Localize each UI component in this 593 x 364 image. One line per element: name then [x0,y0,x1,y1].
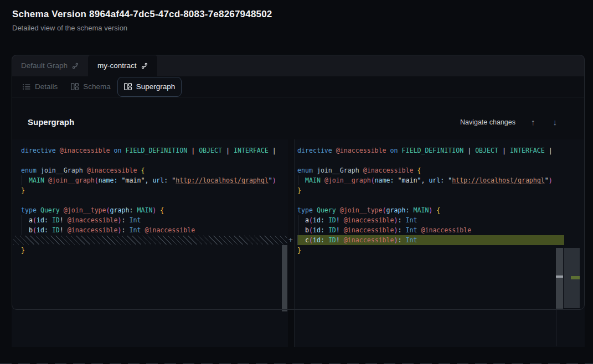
code-line: a(id: ID! @inaccessible): Int [21,215,288,225]
page-title: Schema Version 8964af44-7dc5-47cd-8083-7… [12,9,272,20]
diff-pane-original[interactable]: directive @inaccessible on FIELD_DEFINIT… [12,139,288,347]
arrow-up-icon: ↑ [531,117,535,127]
panel-head: Supergraph Navigate changes ↑ ↓ [28,117,559,127]
code-line: type Query @join__type(graph: MAIN) { [21,205,288,215]
code-line: type Query @join__type(graph: MAIN) { [297,205,585,215]
code-line: } [21,185,288,195]
code-line: enum join__Graph @inaccessible { [297,165,585,175]
page-subtitle: Detailed view of the schema version [12,24,272,32]
diff-spacer-line [13,236,287,245]
code-line: } [297,245,585,255]
code-line: } [21,245,288,255]
code-line [297,195,585,205]
code-line [21,195,288,205]
code-line: } [297,185,585,195]
code-line: enum join__Graph @inaccessible { [21,165,288,175]
code-line: MAIN @join__graph(name: "main", url: "ht… [297,175,585,185]
fork-icon [141,63,148,69]
code-line [297,155,585,165]
right-scrollbar[interactable] [556,248,563,309]
overview-ruler-change-marker [556,275,563,278]
panel-title: Supergraph [28,117,74,127]
code-line [21,155,288,165]
minimap-added-marker [571,276,580,279]
subtab-details[interactable]: Details [16,77,64,97]
added-code-line: c(id: ID! @inaccessible): Int [297,235,564,245]
panels-icon [124,83,132,90]
next-change-button[interactable]: ↓ [551,117,560,127]
subtab-label: Supergraph [136,82,176,91]
navigate-changes: Navigate changes ↑ ↓ [460,117,559,127]
diff-added-marker: + [287,235,295,245]
list-icon [23,84,30,90]
code-line: a(id: ID! @inaccessible): Int [297,215,585,225]
schema-diff-editor: directive @inaccessible on FIELD_DEFINIT… [12,139,585,347]
tab-default-graph[interactable]: Default Graph [12,55,88,76]
tab-label: Default Graph [21,61,68,70]
diff-pane-modified[interactable]: directive @inaccessible on FIELD_DEFINIT… [294,139,585,347]
graph-tabbar: Default Graphmy-contract [12,55,585,76]
code-line: b(id: ID! @inaccessible): Int @inaccessi… [21,225,288,235]
subtab-schema[interactable]: Schema [64,77,117,97]
code-line: directive @inaccessible on FIELD_DEFINIT… [21,145,288,155]
tab-my-contract[interactable]: my-contract [88,55,157,76]
subtab-label: Details [35,82,58,91]
view-subtabbar: DetailsSchemaSupergraph [12,76,585,97]
navigate-changes-label: Navigate changes [460,118,515,126]
subtab-supergraph[interactable]: Supergraph [117,77,182,97]
page-header: Schema Version 8964af44-7dc5-47cd-8083-7… [12,9,272,32]
subtab-label: Schema [83,82,111,91]
code-line: MAIN @join__graph(name: "main", url: "ht… [21,175,288,185]
code-line: directive @inaccessible on FIELD_DEFINIT… [297,145,585,155]
code-line: b(id: ID! @inaccessible): Int @inaccessi… [297,225,585,235]
previous-change-button[interactable]: ↑ [529,117,538,127]
panels-icon [71,83,79,90]
left-scrollbar[interactable] [282,245,287,311]
tab-label: my-contract [97,61,137,70]
arrow-down-icon: ↓ [553,117,558,127]
fork-icon [72,63,79,69]
minimap-edge-line [556,310,556,346]
